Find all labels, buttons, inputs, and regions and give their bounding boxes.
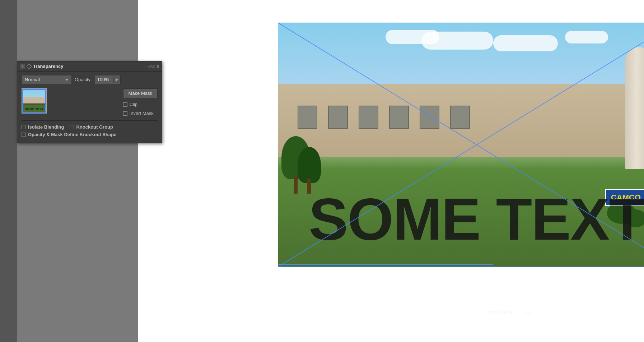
panel-title: Transparency bbox=[33, 64, 64, 69]
options-row-2: Opacity & Mask Define Knockout Shape bbox=[22, 132, 158, 137]
knockout-group-label: Knockout Group bbox=[76, 124, 113, 130]
photo-background: CAMCO SOME TEXT bbox=[278, 23, 644, 267]
some-text-overlay: SOME TEXT bbox=[278, 190, 644, 249]
options-row-1: Isolate Blending Knockout Group bbox=[22, 124, 158, 130]
building-area bbox=[278, 84, 644, 157]
opacity-increment-button[interactable] bbox=[113, 77, 120, 83]
cloud-3 bbox=[493, 35, 558, 51]
cloud-4 bbox=[565, 31, 608, 43]
panel-title-left: × Transparency bbox=[20, 64, 64, 69]
invert-mask-label: Invert Mask bbox=[130, 111, 154, 116]
window-3 bbox=[359, 106, 378, 129]
thumb-border-overlay bbox=[22, 89, 46, 113]
opacity-mask-label: Opacity & Mask Define Knockout Shape bbox=[28, 132, 116, 137]
left-sidebar bbox=[0, 0, 17, 342]
isolate-blending-item: Isolate Blending bbox=[22, 124, 64, 130]
selection-handle-line bbox=[278, 264, 493, 265]
window-6 bbox=[450, 106, 470, 129]
invert-mask-row: Invert Mask bbox=[123, 111, 158, 116]
invert-mask-checkbox[interactable] bbox=[123, 111, 127, 116]
clip-checkbox[interactable] bbox=[123, 102, 127, 107]
trees-area bbox=[278, 71, 325, 194]
clip-row: Clip bbox=[123, 102, 158, 107]
opacity-mask-checkbox[interactable] bbox=[22, 133, 26, 137]
tree-foliage-2 bbox=[298, 147, 321, 183]
thumbnail-image: SOME TEXT bbox=[22, 89, 46, 113]
mask-row: SOME TEXT Make Mask Clip Invert Mask bbox=[22, 88, 158, 116]
isolate-blending-label: Isolate Blending bbox=[28, 124, 64, 130]
panel-collapse-button[interactable]: ◁◁ bbox=[148, 64, 154, 69]
transparency-panel: × Transparency ◁◁ ≡ Normal Opacity: bbox=[17, 61, 162, 143]
window-2 bbox=[328, 106, 348, 129]
image-frame[interactable]: CAMCO SOME TEXT bbox=[278, 23, 644, 267]
canvas-area: CAMCO SOME TEXT 2012/08/29 11：13 bbox=[17, 0, 644, 342]
blend-mode-arrow-icon bbox=[65, 79, 69, 81]
panel-titlebar: × Transparency ◁◁ ≡ bbox=[17, 61, 162, 71]
clip-label: Clip bbox=[130, 102, 137, 107]
blend-mode-select[interactable]: Normal bbox=[22, 75, 72, 84]
window-4 bbox=[389, 106, 409, 129]
building-facade bbox=[278, 84, 644, 157]
mask-buttons: Make Mask Clip Invert Mask bbox=[123, 88, 158, 116]
panel-right-icons: ◁◁ ≡ bbox=[148, 64, 159, 69]
cloud-2 bbox=[386, 30, 439, 44]
opacity-right-arrow-icon bbox=[116, 78, 118, 82]
opacity-label: Opacity: bbox=[75, 77, 92, 82]
knockout-group-checkbox[interactable] bbox=[70, 125, 74, 129]
window-5 bbox=[420, 106, 439, 129]
timestamp: 2012/08/29 11：13 bbox=[487, 310, 530, 316]
panel-body: Normal Opacity: SOME TEXT bbox=[17, 71, 162, 143]
panel-close-button[interactable]: × bbox=[20, 64, 25, 69]
blend-row: Normal Opacity: bbox=[22, 75, 158, 84]
bottom-options: Isolate Blending Knockout Group Opacity … bbox=[22, 120, 158, 137]
panel-menu-button[interactable]: ≡ bbox=[157, 64, 159, 69]
panel-diamond-icon bbox=[27, 64, 32, 69]
opacity-input-wrap bbox=[95, 75, 121, 84]
blend-mode-value: Normal bbox=[25, 77, 40, 82]
artboard: CAMCO SOME TEXT 2012/08/29 11：13 bbox=[138, 0, 644, 342]
opacity-input[interactable] bbox=[95, 75, 113, 84]
isolate-blending-checkbox[interactable] bbox=[22, 125, 26, 129]
make-mask-button[interactable]: Make Mask bbox=[123, 88, 158, 98]
layer-thumbnail: SOME TEXT bbox=[22, 88, 47, 114]
clouds-layer bbox=[278, 28, 644, 61]
opacity-mask-item: Opacity & Mask Define Knockout Shape bbox=[22, 132, 116, 137]
knockout-group-item: Knockout Group bbox=[70, 124, 113, 130]
